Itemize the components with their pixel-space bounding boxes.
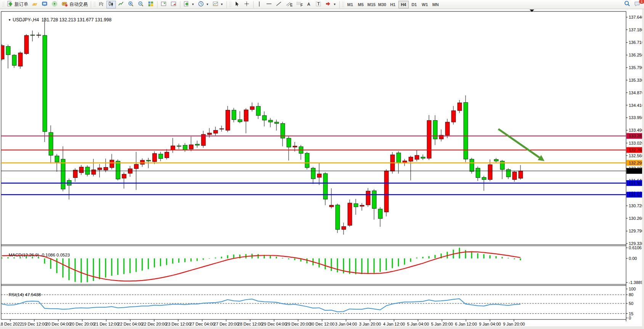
fibonacci-button[interactable]: F: [294, 1, 304, 8]
autotrading-button[interactable]: 自动交易: [60, 1, 89, 8]
vertical-line-button[interactable]: [255, 1, 264, 8]
candle: [287, 138, 291, 147]
toolbar-separator: [253, 1, 254, 8]
toolbar-separator: [91, 1, 91, 8]
price-tick-label: 133.950: [629, 115, 644, 120]
candle: [116, 161, 120, 179]
price-tick-label: 133.490: [629, 128, 644, 132]
candle: [378, 209, 382, 219]
channel-button[interactable]: E: [284, 1, 294, 8]
tile-windows-icon: [148, 1, 154, 8]
date-label: 22 Dec 20:00: [142, 322, 167, 326]
trend-arrow[interactable]: [498, 129, 540, 158]
new-order-icon: [7, 1, 13, 8]
candle: [421, 157, 425, 158]
timeframe-button-m30[interactable]: M30: [377, 1, 387, 8]
candle: [98, 168, 102, 170]
one-click-trading-expander-icon[interactable]: ▼: [8, 18, 11, 22]
timeframe-button-d1[interactable]: D1: [409, 1, 419, 8]
rsi-scale-label: 15: [629, 311, 633, 316]
arrows-button[interactable]: ▼: [324, 1, 338, 8]
chart-canvas[interactable]: 137.640137.180136.710136.250135.790135.3…: [0, 9, 644, 329]
crosshair-button[interactable]: [242, 1, 252, 8]
toolbar-grip[interactable]: [2, 2, 4, 8]
new-chart-icon: [183, 1, 190, 8]
new-order-button[interactable]: 新订单: [5, 1, 30, 8]
zoom-out-button[interactable]: [136, 1, 146, 8]
price-tick-label: 135.790: [629, 65, 644, 70]
toolbar-grip[interactable]: [93, 2, 95, 8]
toolbar-separator: [226, 1, 227, 8]
symbol-period-label: USDJPY-,H4: [13, 17, 39, 23]
timeframe-button-mn[interactable]: MN: [430, 1, 441, 8]
autotrading-icon: [61, 1, 68, 8]
terminal-button[interactable]: [40, 1, 50, 8]
signal-button[interactable]: [50, 1, 59, 8]
toolbar-grip[interactable]: [229, 2, 231, 8]
gold-button[interactable]: [30, 1, 40, 8]
auto-scroll-button[interactable]: [169, 1, 178, 8]
toolbar-grip[interactable]: [342, 2, 344, 8]
timeframe-button-m1[interactable]: M1: [345, 1, 355, 8]
line-chart-icon: [118, 1, 124, 8]
new-chart-button[interactable]: ▼: [182, 1, 196, 8]
macd-scale-label: 0.00: [629, 256, 637, 261]
date-label: 5 Jan 20:00: [431, 322, 453, 326]
auto-scroll-icon: [170, 1, 177, 8]
candle: [31, 35, 35, 35]
svg-text:T: T: [317, 2, 320, 6]
candle: [122, 174, 126, 178]
price-tick-label: 133.020: [629, 141, 644, 145]
template-button[interactable]: ▼: [211, 1, 225, 8]
autotrading-label: 自动交易: [69, 1, 88, 8]
bar-chart-button[interactable]: [96, 1, 106, 8]
price-tick-label: 130.260: [629, 216, 644, 221]
ohlc-values: 131.728 132.213 131.677 131.998: [42, 17, 112, 23]
tile-windows-button[interactable]: [146, 1, 156, 8]
toolbar: 新订单 自动交易: [0, 0, 644, 9]
candle: [372, 191, 376, 208]
candle: [92, 170, 96, 174]
candle: [519, 171, 523, 178]
search-icon: [624, 0, 631, 8]
price-tick-label: 132.560: [629, 153, 644, 158]
candle: [470, 159, 474, 171]
window-edge: [0, 326, 644, 329]
line-chart-button[interactable]: [116, 1, 126, 8]
svg-text:F: F: [300, 3, 303, 7]
chevron-down-icon: ▼: [333, 3, 336, 6]
chart-window[interactable]: 137.640137.180136.710136.250135.790135.3…: [0, 9, 644, 329]
horizontal-line-button[interactable]: [264, 1, 274, 8]
candle: [397, 153, 401, 163]
timeframe-button-h1[interactable]: H1: [388, 1, 398, 8]
cursor-button[interactable]: [232, 1, 242, 8]
rsi-pane: [1, 295, 626, 313]
text-button[interactable]: A: [305, 1, 313, 8]
timeframe-button-m5[interactable]: M5: [356, 1, 366, 8]
date-label: 28 Dec 12:00: [238, 322, 262, 326]
timeframe-button-w1[interactable]: W1: [420, 1, 430, 8]
date-label: 9 Jan 04:00: [479, 322, 501, 326]
period-clock-button[interactable]: ▼: [196, 1, 210, 8]
chevron-down-icon: ▼: [206, 3, 209, 6]
search-button[interactable]: [622, 1, 632, 8]
candle: [226, 110, 230, 130]
toolbar-separator: [339, 1, 340, 8]
zoom-in-button[interactable]: [126, 1, 136, 8]
time-axis: 18 Dec 202219 Dec 12:0020 Dec 04:0020 De…: [0, 319, 525, 326]
price-tick-label: 129.790: [629, 229, 644, 233]
timeframe-button-h4[interactable]: H4: [398, 1, 409, 8]
text-label-button[interactable]: T: [314, 1, 323, 8]
crosshair-icon: [244, 1, 250, 8]
trendline-button[interactable]: [274, 1, 284, 8]
text-icon: A: [306, 1, 312, 8]
candle: [37, 35, 41, 35]
candle: [262, 116, 267, 120]
candle: [146, 160, 151, 161]
candle: [451, 111, 456, 122]
chart-shift-button[interactable]: [159, 1, 169, 8]
candle: [238, 119, 242, 122]
timeframe-button-m15[interactable]: M15: [366, 1, 377, 8]
candle: [317, 174, 321, 177]
candlestick-button[interactable]: [106, 1, 116, 8]
